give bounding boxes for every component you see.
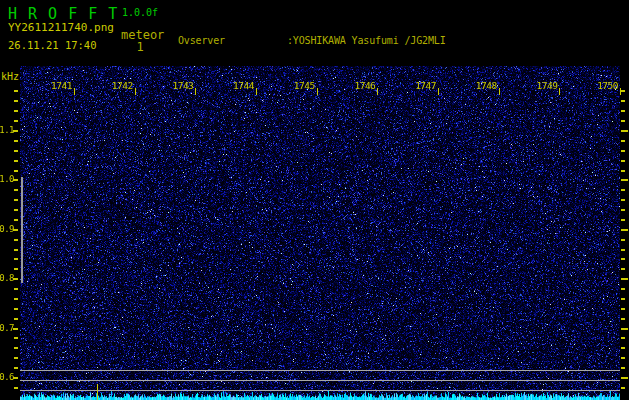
right-freq-tick (621, 189, 625, 191)
time-tick (195, 88, 196, 95)
right-freq-tick (621, 308, 625, 310)
freq-tick-label: 1.0 (0, 174, 14, 184)
freq-tick (14, 209, 18, 211)
time-tick (559, 88, 560, 95)
time-tick-label: 1741 (27, 80, 72, 91)
freq-tick (14, 258, 18, 260)
time-tick (135, 88, 136, 95)
right-freq-tick (621, 229, 628, 231)
freq-tick (14, 337, 18, 339)
time-tick (377, 88, 378, 95)
time-tick-label: 1745 (270, 80, 315, 91)
freq-tick (14, 249, 18, 251)
freq-tick-label: 0.9 (0, 224, 14, 234)
right-freq-tick (621, 179, 628, 181)
right-freq-tick (621, 199, 625, 201)
right-freq-tick (621, 278, 628, 280)
right-freq-tick (621, 249, 625, 251)
right-freq-tick (621, 347, 625, 349)
right-freq-tick (621, 100, 625, 102)
right-freq-tick (621, 377, 628, 379)
hrofft-window: { "header": { "title": "H R O F F T", "v… (0, 0, 629, 400)
right-freq-tick (621, 130, 628, 132)
freq-tick (14, 239, 18, 241)
freq-tick-label: 0.8 (0, 273, 14, 283)
freq-unit-label: kHz (1, 71, 19, 82)
info-label: Ovserver (178, 34, 287, 47)
right-freq-tick (621, 170, 625, 172)
time-tick-label: 1749 (512, 80, 557, 91)
info-row-observer: Ovserver:YOSHIKAWA Yasufumi /JG2MLI (178, 34, 539, 47)
info-value: :YOSHIKAWA Yasufumi /JG2MLI (287, 35, 446, 46)
time-tick (256, 88, 257, 95)
time-tick-label: 1747 (391, 80, 436, 91)
right-freq-tick (621, 387, 625, 389)
time-tick-label: 1743 (148, 80, 193, 91)
right-freq-tick (621, 90, 625, 92)
right-freq-tick (621, 120, 625, 122)
output-filename: YY2611211740.png (8, 21, 114, 34)
time-tick-label: 1744 (209, 80, 254, 91)
right-freq-tick (621, 258, 625, 260)
freq-tick (14, 189, 18, 191)
freq-tick (14, 120, 18, 122)
right-freq-tick (621, 160, 625, 162)
right-freq-tick (621, 110, 625, 112)
time-tick (620, 88, 621, 95)
right-freq-tick (621, 288, 625, 290)
right-freq-tick (621, 367, 625, 369)
right-freq-tick (621, 318, 625, 320)
time-tick (74, 88, 75, 95)
freq-tick (14, 90, 18, 92)
right-freq-tick (621, 239, 625, 241)
freq-tick-label: 0.7 (0, 323, 14, 333)
time-tick-label: 1748 (452, 80, 497, 91)
right-freq-tick (621, 328, 628, 330)
time-tick-label: 1750 (573, 80, 618, 91)
freq-tick (14, 160, 18, 162)
right-freq-tick (621, 209, 625, 211)
right-freq-tick (621, 150, 625, 152)
right-freq-tick (621, 357, 625, 359)
right-freq-tick (621, 219, 625, 221)
datetime-label: 26.11.21 17:40 (8, 39, 97, 51)
freq-tick (14, 150, 18, 152)
time-tick (317, 88, 318, 95)
app-version: 1.0.0f (122, 7, 158, 18)
freq-tick (14, 387, 18, 389)
freq-tick (14, 170, 18, 172)
freq-tick (14, 110, 18, 112)
freq-tick-label: 0.6 (0, 372, 14, 382)
event-count: 1 (125, 40, 155, 54)
freq-tick (14, 288, 18, 290)
freq-tick (14, 100, 18, 102)
time-tick-label: 1742 (88, 80, 133, 91)
freq-tick (14, 140, 18, 142)
right-freq-tick (621, 337, 625, 339)
right-freq-tick (621, 140, 625, 142)
right-freq-tick (621, 298, 625, 300)
time-tick (438, 88, 439, 95)
time-tick (499, 88, 500, 95)
freq-tick (14, 199, 18, 201)
spectrogram-canvas (20, 66, 620, 400)
calibration-line (21, 177, 23, 283)
right-freq-tick (621, 268, 625, 270)
freq-tick (14, 268, 18, 270)
freq-tick (14, 308, 18, 310)
freq-tick (14, 318, 18, 320)
freq-tick (14, 298, 18, 300)
freq-tick (14, 347, 18, 349)
freq-tick (14, 219, 18, 221)
freq-tick (14, 357, 18, 359)
freq-tick-label: 1.1 (0, 125, 14, 135)
freq-tick (14, 367, 18, 369)
time-tick-label: 1746 (330, 80, 375, 91)
